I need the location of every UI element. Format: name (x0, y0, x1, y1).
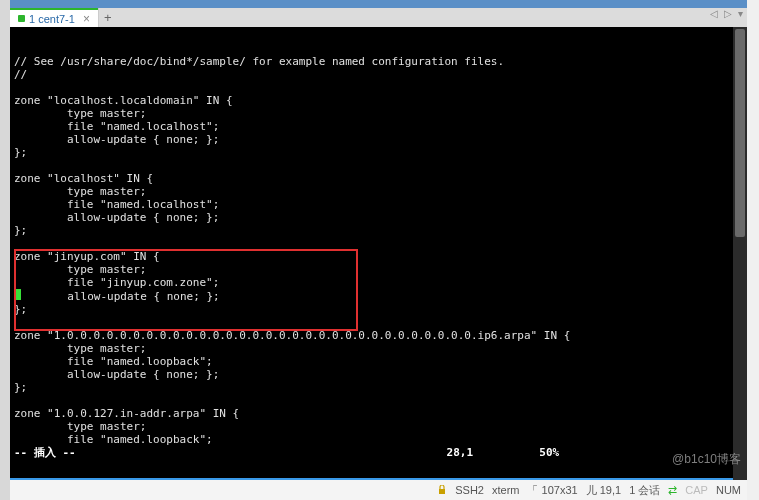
code-line: }; (14, 381, 747, 394)
code-line: zone "1.0.0.127.in-addr.arpa" IN { (14, 407, 747, 420)
scrollbar[interactable] (733, 27, 747, 480)
right-strip (747, 0, 759, 500)
code-line: zone "localhost.localdomain" IN { (14, 94, 747, 107)
tab-label: 1 cent7-1 (29, 13, 75, 25)
code-line: type master; (14, 263, 747, 276)
code-line: file "jinyup.com.zone"; (14, 276, 747, 289)
code-line: file "named.loopback"; (14, 355, 747, 368)
code-line: }; (14, 224, 747, 237)
vim-status-line: -- 插入 -- 28,1 50% (14, 446, 747, 459)
code-line: zone "jinyup.com" IN { (14, 250, 747, 263)
code-line: zone "1.0.0.0.0.0.0.0.0.0.0.0.0.0.0.0.0.… (14, 329, 747, 342)
watermark: @b1c10博客 (672, 451, 741, 468)
nav-prev-icon[interactable]: ◁ (710, 8, 718, 19)
cursor (14, 289, 21, 300)
code-line: type master; (14, 107, 747, 120)
status-bar: SSH2 xterm 「 107x31 儿 19,1 1 会话 ⇄ CAP NU… (10, 480, 747, 500)
code-line: file "named.localhost"; (14, 120, 747, 133)
code-line: }; (14, 303, 747, 316)
status-term: xterm (492, 484, 520, 496)
code-line: allow-update { none; }; (14, 133, 747, 146)
status-dot-icon (18, 15, 25, 22)
code-line: }; (14, 146, 747, 159)
code-line: type master; (14, 185, 747, 198)
code-line: allow-update { none; }; (14, 289, 747, 303)
code-line: allow-update { none; }; (14, 368, 747, 381)
code-line (14, 159, 747, 172)
add-tab-button[interactable]: + (98, 8, 117, 27)
lock-icon (437, 485, 447, 495)
code-line: allow-update { none; }; (14, 211, 747, 224)
code-line (14, 81, 747, 94)
status-sessions: 1 会话 (629, 483, 660, 498)
status-num: NUM (716, 484, 741, 496)
status-conn-icon: ⇄ (668, 484, 677, 497)
code-line: // (14, 68, 747, 81)
status-rc: 儿 19,1 (586, 483, 621, 498)
tab-bar: 1 cent7-1 × + ◁ ▷ ▾ (10, 8, 747, 27)
tab-nav: ◁ ▷ ▾ (710, 8, 743, 19)
code-line (14, 316, 747, 329)
code-line: type master; (14, 342, 747, 355)
window-titlebar (10, 0, 747, 8)
nav-next-icon[interactable]: ▷ (724, 8, 732, 19)
left-panel (0, 0, 10, 500)
nav-menu-icon[interactable]: ▾ (738, 8, 743, 19)
session-tab[interactable]: 1 cent7-1 × (10, 8, 98, 27)
code-line (14, 394, 747, 407)
status-ssh: SSH2 (455, 484, 484, 496)
code-line: // See /usr/share/doc/bind*/sample/ for … (14, 55, 747, 68)
code-line: file "named.localhost"; (14, 198, 747, 211)
close-icon[interactable]: × (83, 12, 90, 26)
scrollbar-thumb[interactable] (735, 29, 745, 237)
code-line: zone "localhost" IN { (14, 172, 747, 185)
status-cap: CAP (685, 484, 708, 496)
svg-rect-0 (439, 489, 445, 494)
terminal-viewport[interactable]: // See /usr/share/doc/bind*/sample/ for … (10, 27, 747, 480)
code-line: file "named.loopback"; (14, 433, 747, 446)
status-size: 「 107x31 (527, 483, 577, 498)
code-line (14, 237, 747, 250)
code-line: type master; (14, 420, 747, 433)
